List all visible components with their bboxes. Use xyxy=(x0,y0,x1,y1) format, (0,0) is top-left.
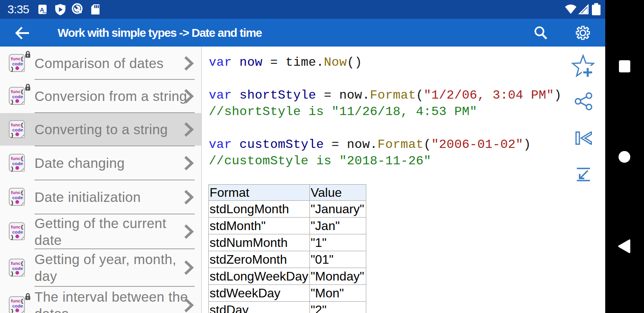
svg-text:}: } xyxy=(11,133,14,138)
svg-text:code: code xyxy=(12,303,23,309)
svg-text:func: func xyxy=(11,156,20,161)
svg-text:}: } xyxy=(11,200,14,206)
svg-text:code: code xyxy=(12,127,23,133)
svg-text:code: code xyxy=(12,266,23,271)
svg-text:func: func xyxy=(11,190,20,195)
svg-text:func: func xyxy=(11,122,20,128)
svg-text:}: } xyxy=(11,309,14,313)
svg-text:}: } xyxy=(11,271,14,277)
svg-text:code: code xyxy=(12,229,23,235)
svg-text:code: code xyxy=(12,195,23,200)
svg-text:code: code xyxy=(12,161,23,166)
svg-text:func: func xyxy=(11,89,20,94)
svg-text:func: func xyxy=(11,261,20,266)
svg-text:}: } xyxy=(11,67,14,72)
svg-text:func: func xyxy=(11,56,20,61)
svg-text:code: code xyxy=(12,94,23,99)
svg-text:}: } xyxy=(11,166,14,172)
svg-text:code: code xyxy=(12,61,23,67)
svg-text:}: } xyxy=(11,235,14,240)
svg-text:func: func xyxy=(11,224,20,230)
svg-text:A: A xyxy=(40,6,44,13)
svg-text:}: } xyxy=(11,99,14,105)
svg-text:func: func xyxy=(11,298,20,304)
